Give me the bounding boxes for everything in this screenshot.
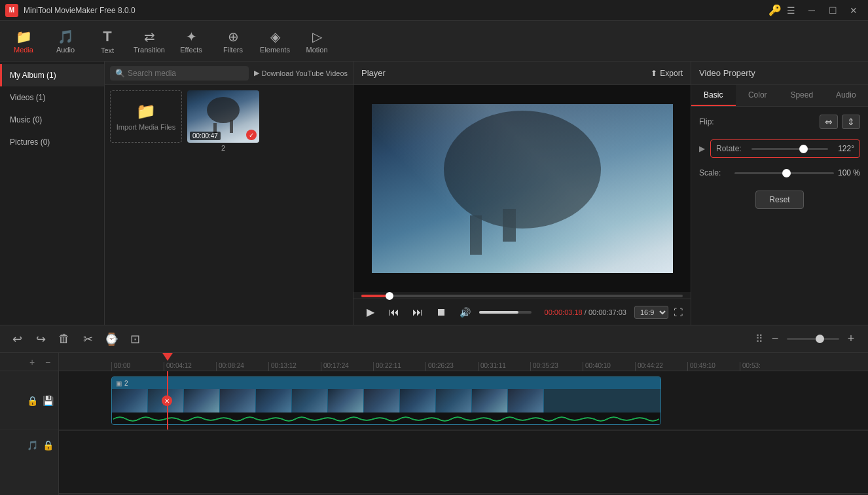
add-track-icon[interactable]: + bbox=[26, 356, 39, 369]
tool-elements[interactable]: ◈ Elements bbox=[254, 23, 296, 60]
zoom-controls: ⠿ − + bbox=[755, 330, 860, 348]
sidebar: My Album (1) Videos (1) Music (0) Pictur… bbox=[0, 62, 105, 325]
close-button[interactable]: ✕ bbox=[844, 3, 863, 18]
remove-track-icon[interactable]: − bbox=[41, 356, 54, 369]
flip-label: Flip: bbox=[699, 117, 732, 126]
volume-filled bbox=[479, 311, 518, 314]
tool-text-label: Text bbox=[101, 46, 114, 54]
ruler-tick-11: 00:49:10 bbox=[687, 362, 715, 371]
waveform-svg bbox=[113, 414, 659, 424]
music-icon: 🎵 bbox=[26, 439, 39, 452]
tool-motion[interactable]: ▷ Motion bbox=[296, 23, 338, 60]
clip-thumb-7 bbox=[328, 389, 364, 412]
tab-color[interactable]: Color bbox=[736, 85, 780, 106]
crop-button[interactable]: ⊡ bbox=[126, 330, 144, 348]
flip-horizontal-button[interactable]: ⇔ bbox=[820, 115, 838, 129]
maximize-button[interactable]: ☐ bbox=[823, 3, 842, 18]
svg-point-3 bbox=[444, 111, 601, 229]
sidebar-item-videos[interactable]: Videos (1) bbox=[0, 86, 104, 109]
next-frame-button[interactable]: ⏭ bbox=[408, 303, 427, 321]
timeline-ruler: 00:00 00:04:12 00:08:24 00:13:12 00:17:2… bbox=[59, 353, 868, 371]
ruler-tick-6: 00:26:23 bbox=[425, 362, 454, 371]
rotate-slider[interactable] bbox=[751, 148, 828, 150]
aspect-ratio-select[interactable]: 16:9 4:3 1:1 9:16 bbox=[634, 306, 668, 319]
props-header: Video Property bbox=[691, 62, 868, 85]
download-youtube-button[interactable]: ▶ Download YouTube Videos bbox=[254, 69, 348, 77]
title-bar: M MiniTool MovieMaker Free 8.0.0 🔑 ☰ ─ ☐… bbox=[0, 0, 868, 21]
tool-effects[interactable]: ✦ Effects bbox=[170, 23, 212, 60]
tracks-area: ▣ 2 bbox=[59, 371, 868, 493]
volume-button[interactable]: 🔊 bbox=[456, 303, 474, 321]
cut-marker: ✕ bbox=[167, 376, 168, 425]
tool-audio[interactable]: 🎵 Audio bbox=[45, 23, 86, 60]
tool-text[interactable]: T Text bbox=[86, 23, 128, 60]
tool-elements-label: Elements bbox=[260, 46, 290, 54]
search-box[interactable]: 🔍 bbox=[110, 66, 249, 81]
cut-marker-icon: ✕ bbox=[162, 395, 172, 406]
scale-slider[interactable] bbox=[734, 172, 834, 174]
flip-vertical-button[interactable]: ⇕ bbox=[842, 115, 860, 129]
elements-icon: ◈ bbox=[270, 29, 280, 45]
expand-icon[interactable]: ▶ bbox=[699, 144, 705, 153]
tool-media[interactable]: 📁 Media bbox=[3, 23, 45, 60]
zoom-thumb bbox=[816, 335, 824, 343]
timeline-main[interactable]: 00:00 00:04:12 00:08:24 00:13:12 00:17:2… bbox=[59, 353, 868, 495]
undo-button[interactable]: ↩ bbox=[8, 330, 26, 348]
minimize-button[interactable]: ─ bbox=[803, 3, 821, 18]
timeline-content: + − 🔒 💾 🎵 🔒 00:00 00:04:12 00:08:24 00:1… bbox=[0, 353, 868, 495]
fullscreen-button[interactable]: ⛶ bbox=[674, 307, 683, 318]
player-viewport bbox=[353, 85, 691, 292]
clip-thumbnails bbox=[112, 389, 660, 412]
scale-thumb[interactable] bbox=[782, 169, 791, 177]
props-rotate-container: ▶ Rotate: 122° bbox=[699, 139, 860, 158]
text-icon: T bbox=[103, 28, 111, 45]
timeline: ↩ ↪ 🗑 ✂ ⌚ ⊡ ⠿ − + + − 🔒 💾 🎵 bbox=[0, 325, 868, 495]
progress-bar[interactable] bbox=[361, 295, 683, 297]
tool-audio-label: Audio bbox=[56, 46, 75, 54]
columns-icon: ⠿ bbox=[755, 333, 763, 345]
track-headers: + − 🔒 💾 🎵 🔒 bbox=[0, 353, 59, 495]
player-controls: ▶ ⏮ ⏭ ⏹ 🔊 00:00:03.18 / 00:00:37:03 16:9… bbox=[353, 299, 691, 325]
sidebar-item-my-album[interactable]: My Album (1) bbox=[0, 64, 104, 86]
tab-basic[interactable]: Basic bbox=[691, 85, 736, 106]
zoom-slider[interactable] bbox=[787, 338, 839, 340]
video-clip[interactable]: ▣ 2 bbox=[111, 376, 661, 425]
music-lock-icon[interactable]: 🔒 bbox=[41, 439, 54, 452]
media-item-1[interactable]: 00:00:47 ✓ 2 bbox=[187, 90, 259, 152]
sidebar-item-pictures[interactable]: Pictures (0) bbox=[0, 131, 104, 153]
media-thumbnail[interactable]: 00:00:47 ✓ bbox=[187, 90, 259, 143]
export-button[interactable]: ⬆ Export bbox=[651, 69, 683, 78]
zoom-in-button[interactable]: + bbox=[842, 330, 860, 348]
svg-point-0 bbox=[207, 97, 240, 123]
volume-slider[interactable] bbox=[479, 311, 532, 314]
cut-button[interactable]: ✂ bbox=[79, 330, 97, 348]
save-track-icon[interactable]: 💾 bbox=[41, 394, 54, 407]
delete-button[interactable]: 🗑 bbox=[55, 330, 73, 348]
zoom-out-button[interactable]: − bbox=[766, 330, 784, 348]
ruler-tick-12: 00:53: bbox=[740, 362, 761, 371]
scale-value: 100 % bbox=[837, 168, 860, 177]
tool-transition[interactable]: ⇄ Transition bbox=[128, 23, 170, 60]
tab-audio[interactable]: Audio bbox=[824, 85, 869, 106]
rotate-thumb[interactable] bbox=[799, 145, 808, 153]
tool-filters[interactable]: ⊕ Filters bbox=[212, 23, 254, 60]
player-title: Player bbox=[361, 68, 386, 78]
reset-button[interactable]: Reset bbox=[755, 191, 803, 209]
media-item-num: 2 bbox=[221, 144, 225, 152]
flip-row: Flip: ⇔ ⇕ bbox=[699, 115, 860, 129]
menu-button[interactable]: ☰ bbox=[782, 3, 800, 18]
clip-num: 2 bbox=[124, 380, 128, 387]
stop-button[interactable]: ⏹ bbox=[432, 303, 450, 321]
prev-frame-button[interactable]: ⏮ bbox=[385, 303, 403, 321]
search-input[interactable] bbox=[128, 69, 244, 78]
import-label: Import Media Files bbox=[117, 123, 175, 131]
scale-label: Scale: bbox=[699, 168, 732, 177]
lock-icon[interactable]: 🔒 bbox=[26, 394, 39, 407]
tab-speed[interactable]: Speed bbox=[780, 85, 824, 106]
svg-rect-4 bbox=[503, 209, 516, 242]
split-button[interactable]: ⌚ bbox=[102, 330, 120, 348]
play-button[interactable]: ▶ bbox=[361, 303, 380, 321]
redo-button[interactable]: ↪ bbox=[31, 330, 50, 348]
sidebar-item-music[interactable]: Music (0) bbox=[0, 109, 104, 131]
import-media-button[interactable]: 📁 Import Media Files bbox=[110, 90, 182, 143]
